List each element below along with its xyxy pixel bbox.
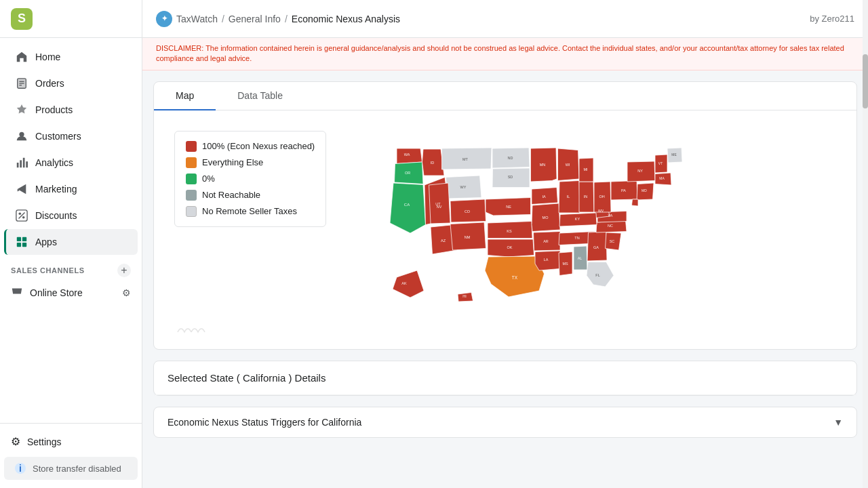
sidebar-item-products[interactable]: Products — [4, 97, 138, 123]
svg-rect-14 — [17, 237, 21, 241]
sales-channels-label: SALES CHANNELS — [11, 266, 85, 274]
legend-label-not-reachable: Not Reachable — [202, 190, 260, 200]
tab-data-table[interactable]: Data Table — [216, 82, 304, 110]
label-UT: UT — [435, 202, 441, 206]
label-MS: MS — [562, 261, 568, 265]
label-FL: FL — [595, 273, 599, 277]
main-content: ✦ TaxWatch / General Info / Economic Nex… — [142, 0, 868, 488]
svg-point-5 — [19, 132, 24, 137]
label-IL: IL — [567, 194, 570, 198]
content-area: DISCLAIMER: The information contained he… — [142, 38, 868, 488]
svg-rect-15 — [22, 237, 26, 241]
state-FL[interactable] — [587, 262, 614, 287]
label-NE: NE — [506, 204, 511, 208]
store-transfer-item[interactable]: i Store transfer disabled — [4, 457, 138, 480]
sidebar-label-products: Products — [35, 104, 73, 115]
sidebar-item-discounts[interactable]: Discounts — [4, 203, 138, 228]
label-AR: AR — [543, 239, 549, 243]
label-ME: ME — [671, 152, 677, 157]
legend-color-light-gray — [186, 206, 197, 217]
sidebar-label-discounts: Discounts — [35, 210, 77, 221]
label-NC: NC — [608, 224, 613, 228]
state-CA[interactable] — [390, 183, 426, 233]
label-AL: AL — [578, 256, 583, 260]
label-AZ: AZ — [441, 238, 446, 242]
label-VT: VT — [658, 161, 663, 165]
breadcrumb-taxwatch[interactable]: TaxWatch — [176, 14, 218, 24]
legend-item-100: 100% (Econ Nexus reached) — [186, 141, 315, 152]
store-transfer-label: Store transfer disabled — [33, 464, 121, 474]
breadcrumb-general-info[interactable]: General Info — [229, 14, 281, 24]
sidebar-item-home[interactable]: Home — [4, 44, 138, 70]
sidebar-item-analytics[interactable]: Analytics — [4, 150, 138, 176]
sidebar-logo: S — [0, 0, 142, 38]
tab-map[interactable]: Map — [154, 82, 216, 110]
home-icon — [15, 50, 28, 64]
sidebar-item-online-store[interactable]: Online Store ⚙ — [0, 280, 142, 305]
label-SD: SD — [508, 175, 513, 179]
label-VA: VA — [608, 214, 613, 218]
label-MT: MT — [462, 157, 469, 161]
legend-color-green — [186, 174, 197, 184]
svg-rect-8 — [23, 158, 25, 167]
state-AK[interactable] — [393, 270, 424, 298]
sidebar-item-orders[interactable]: Orders — [4, 70, 138, 96]
state-DC[interactable] — [632, 199, 639, 206]
sidebar-item-apps[interactable]: Apps — [4, 229, 138, 255]
label-TX: TX — [512, 274, 518, 279]
label-CA: CA — [404, 203, 410, 207]
label-CO: CO — [465, 209, 471, 214]
sidebar: S Home Orders Products — [0, 0, 142, 488]
sidebar-label-customers: Customers — [35, 131, 81, 142]
sidebar-item-marketing[interactable]: Marketing — [4, 176, 138, 202]
label-MN: MN — [540, 163, 546, 167]
svg-rect-7 — [20, 160, 22, 167]
breadcrumb-current: Economic Nexus Analysis — [292, 14, 400, 24]
online-store-icon — [11, 285, 23, 300]
legend-color-orange — [186, 157, 197, 168]
customers-icon — [15, 129, 28, 143]
tabs-bar: Map Data Table — [154, 82, 856, 110]
sales-channels-section: SALES CHANNELS + — [0, 256, 142, 280]
sidebar-label-home: Home — [35, 52, 60, 62]
selected-state-header: Selected State ( California ) Details — [154, 361, 856, 395]
add-sales-channel-button[interactable]: + — [117, 264, 131, 277]
legend-color-red — [186, 141, 197, 152]
label-WI: WI — [566, 163, 570, 167]
selected-state-card: Selected State ( California ) Details — [153, 361, 857, 396]
legend-label-100: 100% (Econ Nexus reached) — [202, 141, 315, 151]
scrollbar-thumb[interactable] — [863, 54, 868, 108]
sidebar-item-settings[interactable]: ⚙ Settings — [0, 429, 142, 454]
nexus-trigger-card: Economic Nexus Status Triggers for Calif… — [153, 407, 857, 438]
nexus-trigger-chevron[interactable]: ▼ — [833, 417, 843, 428]
byline-text: by Zero211 — [810, 14, 854, 24]
svg-rect-6 — [17, 163, 19, 167]
label-MA: MA — [659, 176, 665, 180]
breadcrumb: ✦ TaxWatch / General Info / Economic Nex… — [156, 11, 400, 27]
legend-item-zero: 0% — [186, 174, 315, 184]
sidebar-label-apps: Apps — [35, 237, 57, 247]
label-ND: ND — [508, 156, 513, 160]
label-WA: WA — [404, 152, 410, 157]
sidebar-item-customers[interactable]: Customers — [4, 123, 138, 149]
svg-rect-16 — [17, 243, 21, 247]
label-IN: IN — [584, 194, 588, 198]
online-store-label: Online Store — [30, 287, 83, 298]
label-OK: OK — [507, 245, 513, 249]
label-OR: OR — [405, 170, 410, 174]
map-container: 100% (Econ Nexus reached) Everything Els… — [154, 110, 856, 349]
scrollbar-track[interactable] — [863, 0, 868, 488]
us-map-svg[interactable]: WA OR CA ID NV MT WY CO AZ NM UT ND SD N… — [288, 128, 763, 331]
label-LA: LA — [544, 258, 549, 262]
orders-icon — [15, 77, 28, 90]
label-NY: NY — [637, 169, 643, 173]
info-icon: i — [15, 463, 26, 474]
label-SC: SC — [610, 239, 615, 243]
svg-rect-17 — [22, 243, 26, 247]
label-PA: PA — [621, 188, 626, 192]
apps-icon — [15, 235, 28, 249]
sidebar-label-orders: Orders — [35, 78, 64, 89]
legend-label-no-remote: No Remote Seller Taxes — [202, 206, 297, 216]
label-KS: KS — [507, 229, 512, 233]
online-store-settings-icon[interactable]: ⚙ — [122, 287, 131, 298]
